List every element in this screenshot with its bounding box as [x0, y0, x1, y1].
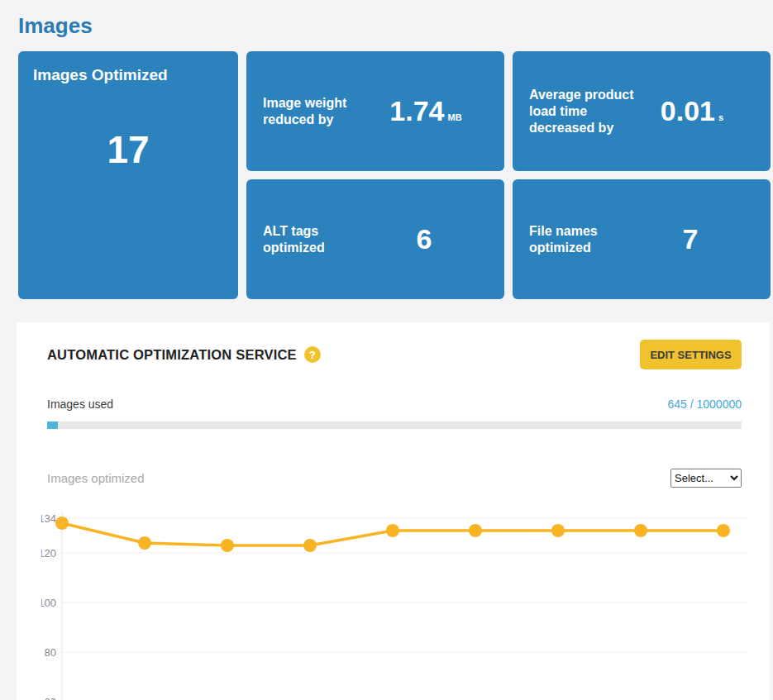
stat-value: 7: [683, 223, 699, 255]
stat-main-label: Images Optimized: [33, 66, 223, 84]
usage-progress-fill: [47, 421, 58, 429]
svg-text:80: 80: [45, 646, 56, 659]
panel-title: AUTOMATIC OPTIMIZATION SERVICE: [47, 347, 297, 363]
stat-card-alt-tags: ALT tags optimized 6: [246, 179, 504, 299]
stat-unit: MB: [448, 112, 462, 122]
stat-value: 1.74: [389, 95, 444, 126]
images-used-label: Images used: [47, 398, 113, 411]
usage-progress-bar: [47, 421, 742, 429]
stat-main-value: 17: [33, 127, 223, 172]
stat-unit: s: [718, 112, 723, 122]
stat-card-load-time: Average product load time decreased by 0…: [513, 51, 771, 171]
images-used-row: Images used 645 / 1000000: [47, 398, 742, 411]
images-dashboard: Images Images Optimized 17 Image weight …: [0, 0, 773, 700]
period-select[interactable]: Select...: [670, 469, 742, 488]
svg-text:100: 100: [41, 597, 56, 609]
stat-value: 6: [417, 223, 432, 255]
panel-header: AUTOMATIC OPTIMIZATION SERVICE ? EDIT SE…: [47, 340, 742, 369]
stat-card-image-weight: Image weight reduced by 1.74MB: [246, 51, 504, 171]
stat-value: 0.01: [661, 95, 715, 126]
svg-text:60: 60: [45, 696, 56, 700]
stat-label: ALT tags optimized: [263, 223, 369, 256]
automatic-optimization-panel: AUTOMATIC OPTIMIZATION SERVICE ? EDIT SE…: [17, 322, 770, 700]
stat-label: File names optimized: [529, 223, 635, 256]
chart-canvas: 1341201008060: [41, 502, 770, 700]
images-optimized-row: Images optimized Select...: [47, 468, 742, 488]
stats-grid: Images Optimized 17 Image weight reduced…: [18, 51, 771, 299]
edit-settings-button[interactable]: EDIT SETTINGS: [640, 340, 742, 369]
help-icon[interactable]: ?: [304, 346, 321, 363]
page-title: Images: [18, 13, 93, 39]
images-optimized-label: Images optimized: [47, 471, 145, 485]
stat-label: Image weight reduced by: [263, 95, 369, 128]
images-optimized-chart: 1341201008060: [41, 502, 770, 700]
svg-text:120: 120: [41, 547, 56, 560]
svg-text:134: 134: [41, 512, 56, 525]
stat-card-file-names: File names optimized 7: [513, 179, 771, 299]
stat-card-images-optimized: Images Optimized 17: [18, 51, 238, 299]
stat-label: Average product load time decreased by: [529, 87, 635, 136]
images-used-count: 645 / 1000000: [667, 398, 742, 411]
